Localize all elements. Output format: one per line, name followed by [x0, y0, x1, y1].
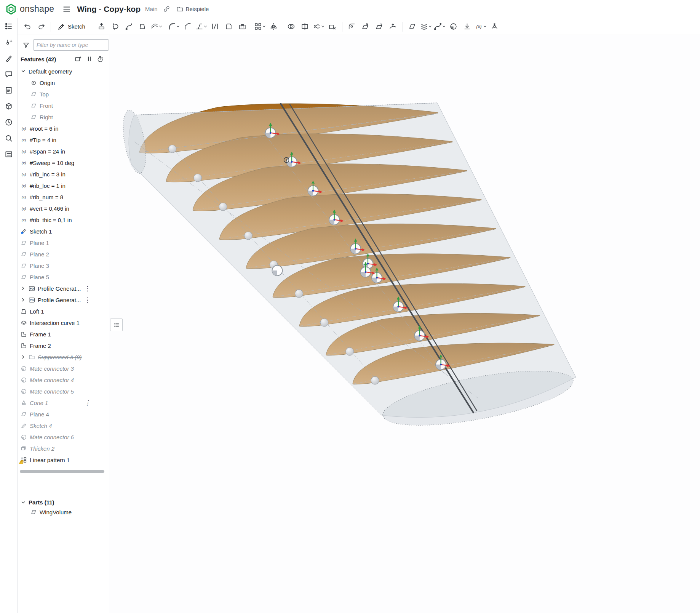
feature-item-plane-4[interactable]: Plane 4 — [18, 408, 109, 420]
wing-3d-scene[interactable] — [109, 35, 700, 613]
tool-offset-surface-button[interactable] — [386, 20, 400, 33]
chevron-down-icon[interactable] — [176, 25, 180, 28]
tool-extrude-button[interactable] — [95, 20, 109, 33]
mate-connector-marker[interactable] — [272, 266, 283, 276]
rib-sphere[interactable] — [346, 347, 354, 355]
parts-header[interactable]: Parts (11) — [18, 495, 109, 506]
rail-history-button[interactable] — [3, 117, 14, 128]
tool-move-face-button[interactable] — [372, 20, 386, 33]
rail-comments-button[interactable] — [3, 69, 14, 80]
tool-draft-button[interactable] — [195, 20, 208, 33]
tool-import-derived-button[interactable] — [460, 20, 474, 33]
feature-menu-dots[interactable]: ⋮ — [84, 297, 91, 303]
feature-item-profile-generat[interactable]: PGProfile Generat...⋮ — [18, 294, 109, 306]
tool-chamfer-button[interactable] — [181, 20, 195, 33]
feature-item-front[interactable]: Front — [18, 100, 109, 111]
tool-modify-fillet-button[interactable] — [345, 20, 359, 33]
chevron-down-icon[interactable] — [159, 25, 162, 28]
rib-sphere[interactable] — [320, 319, 328, 327]
tool-mirror-button[interactable] — [267, 20, 281, 33]
chevron-right-icon[interactable] — [21, 286, 26, 291]
feature-item-span-24-in[interactable]: (x)#Span = 24 in — [18, 146, 109, 157]
wing-3d-view[interactable] — [109, 35, 700, 613]
feature-timer-icon[interactable] — [97, 56, 104, 63]
tool-hole-button[interactable] — [236, 20, 249, 33]
tool-delete-face-button[interactable] — [359, 20, 372, 33]
feature-item-mate-connector-5[interactable]: Mate connector 5 — [18, 386, 109, 397]
rail-search-button[interactable] — [3, 133, 14, 144]
chevron-down-icon[interactable] — [262, 25, 266, 28]
feature-item-thicken-2[interactable]: Thicken 2 — [18, 443, 109, 454]
chevron-down-icon[interactable] — [428, 25, 432, 28]
breadcrumb-folder[interactable]: Beispiele — [176, 5, 209, 13]
rail-mate-connector-point-button[interactable] — [3, 37, 14, 48]
chevron-down-icon[interactable] — [21, 69, 26, 74]
feature-item-rib-inc-3-in[interactable]: (x)#rib_inc = 3 in — [18, 168, 109, 180]
rib-sphere[interactable] — [219, 203, 227, 211]
feature-item-vert-0-466-in[interactable]: (x)#vert = 0,466 in — [18, 203, 109, 214]
feature-item-mate-connector-6[interactable]: Mate connector 6 — [18, 431, 109, 443]
feature-item-plane-5[interactable]: Plane 5 — [18, 271, 109, 283]
rib-sphere[interactable] — [194, 174, 202, 182]
feature-item-plane-3[interactable]: Plane 3 — [18, 260, 109, 271]
feature-item-sketch-1[interactable]: Sketch 1 — [18, 226, 109, 237]
feature-item-sketch-4[interactable]: Sketch 4 — [18, 420, 109, 431]
feature-item-sweep-10-deg[interactable]: (x)#Sweep = 10 deg — [18, 157, 109, 168]
rail-notes-button[interactable] — [3, 85, 14, 96]
wing-skin-surface[interactable] — [129, 103, 576, 418]
chevron-down-icon[interactable] — [204, 25, 207, 28]
insert-feature-icon[interactable] — [75, 56, 82, 63]
rail-learning-cube-button[interactable] — [3, 101, 14, 112]
feature-item-profile-generat[interactable]: PGProfile Generat...⋮ — [18, 283, 109, 294]
suspend-rollback-icon[interactable] — [86, 56, 93, 63]
branch-label[interactable]: Main — [145, 6, 158, 12]
feature-menu-dots[interactable]: ⋮ — [84, 400, 91, 406]
tool-undo-button[interactable] — [21, 20, 34, 33]
rib-sphere[interactable] — [245, 232, 253, 240]
tool-delete-part-button[interactable] — [326, 20, 339, 33]
panel-collapse-handle[interactable] — [110, 319, 123, 331]
graphics-area[interactable] — [109, 35, 700, 613]
feature-item-suppressed-a-9[interactable]: Suppressed A (9) — [18, 351, 109, 363]
tool-frame-button[interactable] — [488, 20, 502, 33]
rib-sphere[interactable] — [168, 145, 176, 153]
tool-variable-button[interactable]: (x) — [474, 20, 488, 33]
feature-item-rib-num-8[interactable]: (x)#rib_num = 8 — [18, 191, 109, 203]
feature-item-intersection-curve-1[interactable]: Intersection curve 1 — [18, 317, 109, 328]
feature-item-rib-thic-0-1-in[interactable]: (x)#rib_thic = 0,1 in — [18, 214, 109, 226]
tool-revolve-button[interactable] — [109, 20, 122, 33]
rail-bom-list-button[interactable] — [3, 149, 14, 160]
tool-split-button[interactable] — [298, 20, 312, 33]
feature-menu-dots[interactable]: ⋮ — [84, 285, 91, 292]
tool-shell-button[interactable] — [222, 20, 236, 33]
part-item-wingvolume[interactable]: WingVolume — [18, 506, 109, 518]
rib-sphere[interactable] — [295, 290, 303, 298]
feature-item-root-6-in[interactable]: (x)#root = 6 in — [18, 123, 109, 134]
feature-item-origin[interactable]: Origin — [18, 77, 109, 88]
document-title[interactable]: Wing - Copy-kop — [77, 5, 141, 14]
chevron-down-icon[interactable] — [442, 25, 446, 28]
tool-rib-button[interactable] — [208, 20, 222, 33]
tool-plane-button[interactable] — [406, 20, 419, 33]
tool-thicken-button[interactable] — [150, 20, 163, 33]
tool-sweep-button[interactable] — [122, 20, 136, 33]
feature-item-linear-pattern-1[interactable]: Linear pattern 1 — [18, 454, 109, 466]
tool-mate-connector-button[interactable] — [447, 20, 460, 33]
feature-item-frame-2[interactable]: Frame 2 — [18, 340, 109, 351]
feature-item-loft-1[interactable]: Loft 1 — [18, 306, 109, 317]
feature-item-right[interactable]: Right — [18, 111, 109, 123]
tool-loft-button[interactable] — [136, 20, 150, 33]
feature-item-rib-loc-1-in[interactable]: (x)#rib_loc = 1 in — [18, 180, 109, 191]
tool-helix-button[interactable] — [419, 20, 433, 33]
tool-fillet-button[interactable] — [167, 20, 181, 33]
sketch-button[interactable]: Sketch — [54, 20, 89, 33]
rib-sphere[interactable] — [371, 376, 379, 384]
tool-boolean-button[interactable] — [284, 20, 298, 33]
feature-item-cone-1[interactable]: Cone 1⋮ — [18, 397, 109, 408]
feature-item-top[interactable]: Top — [18, 88, 109, 100]
feature-item-plane-2[interactable]: Plane 2 — [18, 248, 109, 260]
feature-item-mate-connector-4[interactable]: Mate connector 4 — [18, 374, 109, 386]
filter-funnel-icon[interactable] — [22, 42, 30, 49]
feature-filter-input[interactable] — [33, 39, 109, 51]
feature-item-tip-4-in[interactable]: (x)#Tip = 4 in — [18, 134, 109, 146]
